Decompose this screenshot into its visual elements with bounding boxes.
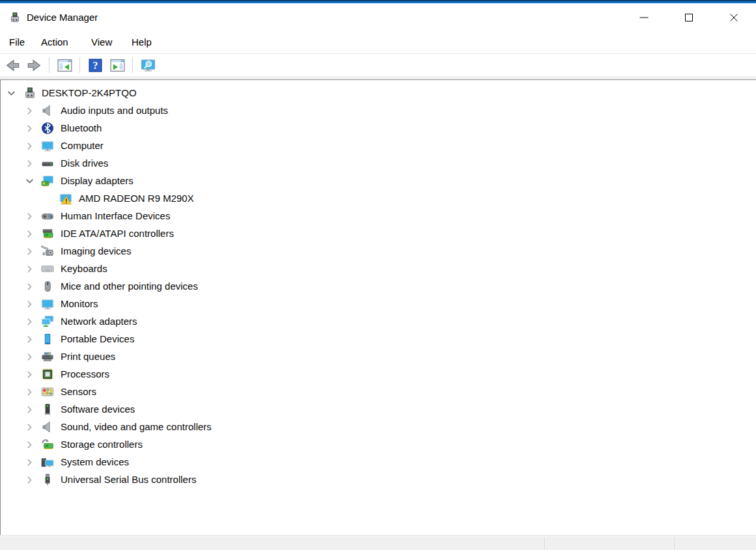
tree-item-software-devices[interactable]: Software devices	[1, 401, 756, 419]
disk-icon	[41, 157, 54, 170]
tree-item-label: Portable Devices	[61, 333, 134, 344]
computer-icon	[41, 139, 54, 152]
tree-item-universal-serial-bus-controllers[interactable]: Universal Serial Bus controllers	[1, 471, 756, 489]
tree-item-sensors[interactable]: Sensors	[1, 383, 756, 401]
device-manager-window: Device Manager FileActionViewHelp ? DESK…	[0, 0, 756, 550]
tree-item-monitors[interactable]: Monitors	[1, 296, 756, 313]
chevron-down-icon[interactable]	[24, 176, 35, 187]
storage-icon	[41, 438, 54, 451]
chevron-right-icon[interactable]	[24, 228, 35, 240]
tree-item-label: IDE ATA/ATAPI controllers	[61, 228, 174, 239]
device-tree: DESKTOP-2K4PTQOAudio inputs and outputsB…	[0, 79, 756, 535]
chevron-down-icon[interactable]	[6, 88, 17, 99]
device-manager-icon	[23, 87, 36, 100]
scan-hardware-icon	[141, 58, 156, 73]
display-adapter-icon	[41, 174, 54, 187]
menubar: FileActionViewHelp	[0, 31, 756, 53]
menu-view[interactable]: View	[89, 35, 115, 49]
status-bar	[0, 535, 756, 550]
tree-item-sound-video-and-game-controllers[interactable]: Sound, video and game controllers	[1, 419, 756, 436]
imaging-icon	[41, 245, 54, 258]
tree-item-label: Mice and other pointing devices	[61, 281, 198, 292]
menu-file[interactable]: File	[7, 35, 27, 49]
tree-item-label: Network adapters	[61, 316, 137, 327]
tree-item-keyboards[interactable]: Keyboards	[1, 260, 756, 278]
tree-item-label: AMD RADEON R9 M290X	[79, 193, 194, 204]
chevron-right-icon[interactable]	[24, 404, 35, 415]
tree-item-bluetooth[interactable]: Bluetooth	[1, 120, 756, 137]
toolbar-separator	[132, 57, 133, 73]
usb-icon	[41, 473, 54, 486]
chevron-right-icon[interactable]	[24, 422, 35, 433]
tree-item-amd-radeon-r9-m290x[interactable]: AMD RADEON R9 M290X	[1, 190, 756, 208]
chevron-right-icon[interactable]	[24, 299, 35, 310]
tree-item-processors[interactable]: Processors	[1, 366, 756, 383]
chevron-right-icon[interactable]	[24, 387, 35, 398]
hid-icon	[41, 210, 54, 223]
menu-action[interactable]: Action	[38, 35, 71, 49]
tree-item-mice-and-other-pointing-devices[interactable]: Mice and other pointing devices	[1, 278, 756, 296]
menu-help[interactable]: Help	[129, 35, 154, 49]
tree-item-print-queues[interactable]: Print queues	[1, 348, 756, 366]
chevron-right-icon[interactable]	[24, 246, 35, 257]
tree-item-disk-drives[interactable]: Disk drives	[1, 155, 756, 172]
maximize-button[interactable]	[666, 3, 711, 31]
chevron-right-icon[interactable]	[24, 105, 35, 117]
bluetooth-icon	[41, 122, 54, 135]
back-arrow-icon	[5, 58, 20, 73]
statusbar-separator	[675, 538, 676, 550]
chevron-right-icon[interactable]	[24, 334, 35, 345]
tree-item-storage-controllers[interactable]: Storage controllers	[1, 436, 756, 454]
help-button[interactable]: ?	[86, 56, 104, 74]
chevron-right-icon[interactable]	[24, 439, 35, 450]
minimize-button[interactable]	[621, 3, 666, 31]
chevron-right-icon[interactable]	[24, 211, 35, 222]
tree-item-label: Software devices	[61, 404, 135, 415]
back-button[interactable]	[3, 56, 21, 74]
tree-item-display-adapters[interactable]: Display adapters	[1, 172, 756, 190]
chevron-right-icon[interactable]	[24, 123, 35, 134]
tree-item-label: Imaging devices	[61, 245, 131, 256]
printer-icon	[41, 350, 54, 363]
forward-button[interactable]	[25, 56, 43, 74]
close-button[interactable]	[711, 3, 756, 31]
portable-icon	[41, 333, 54, 346]
tree-item-label: Monitors	[61, 298, 98, 309]
chevron-right-icon[interactable]	[24, 158, 35, 169]
tree-item-ide-ata-atapi-controllers[interactable]: IDE ATA/ATAPI controllers	[1, 225, 756, 243]
tree-item-human-interface-devices[interactable]: Human Interface Devices	[1, 208, 756, 225]
tree-item-label: Bluetooth	[61, 122, 102, 133]
chevron-right-icon[interactable]	[24, 281, 35, 292]
tree-item-system-devices[interactable]: System devices	[1, 454, 756, 471]
window-controls	[621, 3, 756, 31]
sound-icon	[41, 420, 54, 433]
tree-item-desktop-2k4ptqo[interactable]: DESKTOP-2K4PTQO	[1, 85, 756, 102]
tree-item-label: Keyboards	[61, 263, 107, 274]
chevron-right-icon[interactable]	[24, 264, 35, 275]
show-console-tree-button[interactable]	[55, 56, 74, 74]
titlebar: Device Manager	[0, 3, 756, 31]
chevron-right-icon[interactable]	[24, 369, 35, 380]
chevron-right-icon[interactable]	[24, 141, 35, 152]
chevron-right-icon[interactable]	[24, 351, 35, 363]
keyboard-icon	[41, 262, 54, 275]
tree-item-label: Storage controllers	[61, 439, 143, 450]
tree-item-portable-devices[interactable]: Portable Devices	[1, 331, 756, 348]
chevron-right-icon[interactable]	[24, 316, 35, 327]
chevron-right-icon[interactable]	[24, 474, 35, 486]
tree-item-audio-inputs-and-outputs[interactable]: Audio inputs and outputs	[1, 102, 756, 120]
monitor-icon	[41, 297, 54, 310]
mouse-icon	[41, 280, 54, 293]
chevron-right-icon[interactable]	[24, 457, 35, 468]
tree-item-network-adapters[interactable]: Network adapters	[1, 313, 756, 331]
system-icon	[41, 456, 54, 469]
tree-item-computer[interactable]: Computer	[1, 137, 756, 155]
toolbar: ?	[0, 53, 756, 76]
show-action-pane-button[interactable]	[108, 56, 126, 74]
svg-text:?: ?	[92, 60, 98, 71]
tree-item-imaging-devices[interactable]: Imaging devices	[1, 243, 756, 260]
sensors-icon	[41, 385, 54, 398]
scan-for-hardware-changes-button[interactable]	[139, 56, 157, 74]
software-icon	[41, 403, 54, 416]
ide-icon	[41, 227, 54, 240]
